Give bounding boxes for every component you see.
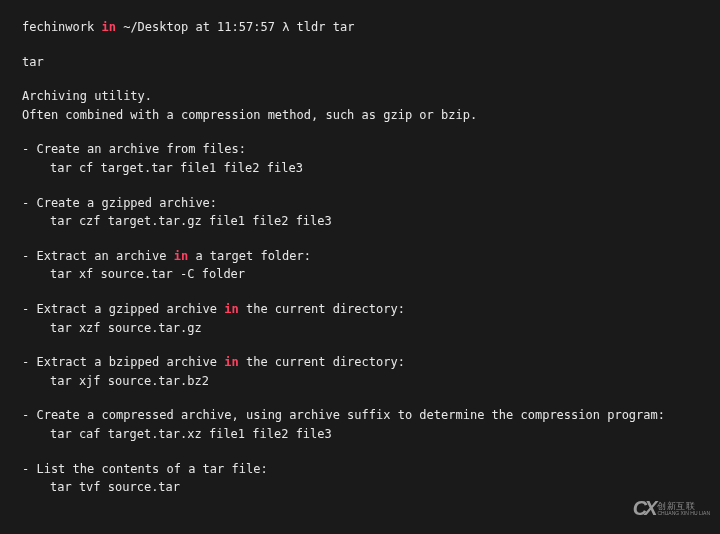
tldr-entry: - Create a gzipped archive:tar czf targe… [22, 194, 698, 231]
tldr-command-name: tar [22, 53, 698, 72]
tldr-entry: - Extract a bzipped archive in the curre… [22, 353, 698, 390]
prompt-keyword-in: in [101, 20, 115, 34]
watermark: CX 创新互联 CHUANG XIN HU LIAN [633, 493, 710, 524]
tldr-entry-title: - Extract an archive in a target folder: [22, 247, 698, 266]
tldr-entry-title: - Extract a bzipped archive in the curre… [22, 353, 698, 372]
tldr-entry: - Create an archive from files:tar cf ta… [22, 140, 698, 177]
tldr-entry-command: tar caf target.tar.xz file1 file2 file3 [22, 425, 698, 444]
tldr-entry-title: - Create an archive from files: [22, 140, 698, 159]
description-line: Archiving utility. [22, 87, 698, 106]
prompt-command: tldr tar [297, 20, 355, 34]
title-text: - Create a gzipped archive: [22, 196, 217, 210]
tldr-entry: - List the contents of a tar file:tar tv… [22, 460, 698, 497]
title-text: the current directory: [239, 302, 405, 316]
title-text: - Create an archive from files: [22, 142, 246, 156]
title-text: - Create a compressed archive, using arc… [22, 408, 665, 422]
title-text: - Extract a bzipped archive [22, 355, 224, 369]
keyword-highlight: in [224, 302, 238, 316]
title-text: - Extract an archive [22, 249, 174, 263]
title-text: a target folder: [188, 249, 311, 263]
tldr-entry-command: tar xzf source.tar.gz [22, 319, 698, 338]
watermark-logo: CX [633, 493, 655, 524]
title-text: - Extract a gzipped archive [22, 302, 224, 316]
tldr-entries: - Create an archive from files:tar cf ta… [22, 140, 698, 496]
tldr-entry-command: tar xjf source.tar.bz2 [22, 372, 698, 391]
tldr-entry-command: tar xf source.tar -C folder [22, 265, 698, 284]
tldr-entry: - Extract an archive in a target folder:… [22, 247, 698, 284]
watermark-text-en: CHUANG XIN HU LIAN [657, 511, 710, 516]
tldr-entry-command: tar cf target.tar file1 file2 file3 [22, 159, 698, 178]
prompt-user: fechinwork [22, 20, 94, 34]
tldr-entry-title: - Extract a gzipped archive in the curre… [22, 300, 698, 319]
tldr-entry: - Create a compressed archive, using arc… [22, 406, 698, 443]
title-text: - List the contents of a tar file: [22, 462, 268, 476]
tldr-entry-title: - Create a gzipped archive: [22, 194, 698, 213]
tldr-description: Archiving utility. Often combined with a… [22, 87, 698, 124]
keyword-highlight: in [174, 249, 188, 263]
title-text: the current directory: [239, 355, 405, 369]
tldr-entry-command: tar czf target.tar.gz file1 file2 file3 [22, 212, 698, 231]
tldr-entry-title: - Create a compressed archive, using arc… [22, 406, 698, 425]
keyword-highlight: in [224, 355, 238, 369]
terminal-prompt: fechinwork in ~/Desktop at 11:57:57 λ tl… [22, 18, 698, 37]
tldr-entry-title: - List the contents of a tar file: [22, 460, 698, 479]
description-line: Often combined with a compression method… [22, 106, 698, 125]
prompt-path: ~/Desktop at 11:57:57 [123, 20, 275, 34]
prompt-lambda: λ [282, 20, 289, 34]
tldr-entry-command: tar tvf source.tar [22, 478, 698, 497]
tldr-entry: - Extract a gzipped archive in the curre… [22, 300, 698, 337]
